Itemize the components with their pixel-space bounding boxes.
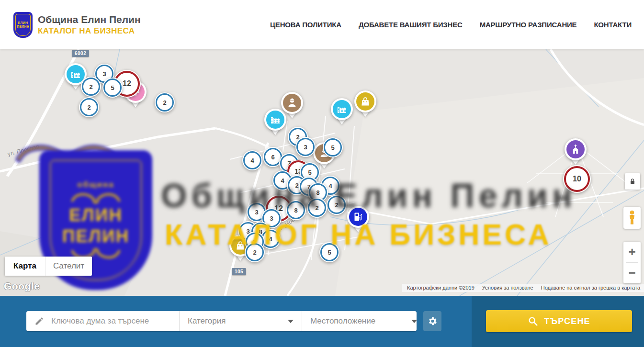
cluster-marker[interactable]: 2 <box>245 242 265 262</box>
streetview-lock-button[interactable] <box>625 173 640 190</box>
road-badge: 6002 <box>72 50 89 57</box>
site-header: ЕЛИН ПЕЛИН Община Елин Пелин КАТАЛОГ НА … <box>0 0 644 49</box>
zoom-control: + − <box>623 242 641 283</box>
search-bar: Категория Местоположение ТЪРСЕНЕ <box>0 296 644 347</box>
keyword-input[interactable] <box>50 316 167 326</box>
map-type-map-button[interactable]: Карта <box>5 257 45 276</box>
chevron-down-icon <box>288 320 294 323</box>
map-attribution: Картографски данни ©2019 Условия за полз… <box>402 284 644 292</box>
cluster-marker[interactable]: 10 <box>563 165 591 193</box>
map-type-satellite-button[interactable]: Сателит <box>45 257 92 276</box>
cluster-marker[interactable]: 5 <box>323 137 343 157</box>
page: 3122522235647135427482212833384325106002… <box>0 0 644 347</box>
location-select[interactable]: Местоположение <box>302 311 425 331</box>
search-button[interactable]: ТЪРСЕНЕ <box>486 310 632 332</box>
municipality-crest-icon: ЕЛИН ПЕЛИН <box>13 12 33 38</box>
cluster-marker[interactable]: 2 <box>155 92 175 112</box>
factory-pin[interactable] <box>331 98 353 124</box>
attribution-copyright: Картографски данни ©2019 <box>407 285 475 291</box>
location-select-value: Местоположение <box>310 316 375 326</box>
cluster-marker[interactable]: 5 <box>102 78 123 98</box>
pegman-button[interactable] <box>623 207 641 229</box>
map-canvas[interactable]: 3122522235647135427482212833384325106002… <box>0 49 644 296</box>
lock-icon <box>629 177 636 186</box>
site-title: Община Елин Пелин <box>38 14 141 25</box>
site-logo[interactable]: ЕЛИН ПЕЛИН Община Елин Пелин КАТАЛОГ НА … <box>13 12 141 38</box>
gear-icon <box>427 316 438 326</box>
report-error-link[interactable]: Подаване на сигнал за грешка в картата <box>541 285 640 291</box>
terms-link[interactable]: Условия за ползване <box>482 285 533 291</box>
map-type-control: Карта Сателит <box>5 257 92 276</box>
crest-line2: ПЕЛИН <box>17 25 29 28</box>
category-select-value: Категория <box>188 316 226 326</box>
main-nav: ЦЕНОВА ПОЛИТИКА ДОБАВЕТЕ ВАШИЯТ БИЗНЕС М… <box>270 21 632 29</box>
road-badge: 105 <box>232 268 246 275</box>
pegman-icon <box>627 210 637 225</box>
site-subtitle: КАТАЛОГ НА БИЗНЕСА <box>38 26 141 36</box>
nav-add-your-business[interactable]: ДОБАВЕТЕ ВАШИЯТ БИЗНЕС <box>359 21 463 29</box>
cluster-marker[interactable]: 2 <box>81 77 101 97</box>
cluster-marker[interactable]: 2 <box>79 97 99 117</box>
crest-line1: ЕЛИН <box>18 21 28 24</box>
fuel-pin[interactable] <box>347 206 369 232</box>
bag-pin[interactable] <box>354 90 376 117</box>
pencil-icon <box>34 316 44 326</box>
nav-contacts[interactable]: КОНТАКТИ <box>594 21 632 29</box>
cluster-marker[interactable]: 2 <box>307 198 327 218</box>
nav-pricing-policy[interactable]: ЦЕНОВА ПОЛИТИКА <box>270 21 341 29</box>
category-select[interactable]: Категория <box>180 311 302 331</box>
cluster-marker[interactable]: 8 <box>286 200 306 220</box>
search-button-label: ТЪРСЕНЕ <box>544 316 590 326</box>
keyword-field <box>26 311 180 331</box>
cluster-marker[interactable]: 4 <box>242 150 262 170</box>
zoom-out-button[interactable]: − <box>623 263 641 283</box>
chevron-down-icon <box>411 320 417 323</box>
cluster-marker[interactable]: 2 <box>327 195 347 215</box>
worker-pin[interactable] <box>281 92 303 118</box>
zoom-in-button[interactable]: + <box>623 242 641 262</box>
cluster-marker[interactable]: 3 <box>295 137 316 157</box>
search-icon <box>528 316 538 326</box>
advanced-search-button[interactable] <box>423 311 441 331</box>
cluster-marker[interactable]: 5 <box>319 242 339 262</box>
nav-route-schedule[interactable]: МАРШРУТНО РАЗПИСАНИЕ <box>480 21 577 29</box>
google-logo[interactable]: Google <box>4 280 40 292</box>
church-pin[interactable] <box>565 138 587 165</box>
search-fields: Категория Местоположение <box>26 311 417 331</box>
